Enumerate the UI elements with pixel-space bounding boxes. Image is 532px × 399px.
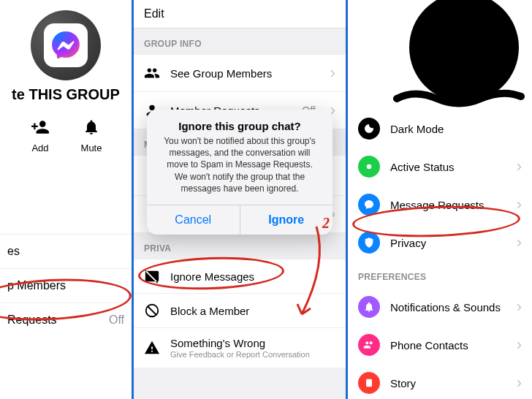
bell-icon [358, 296, 380, 318]
add-label: Add [31, 142, 48, 153]
chevron-right-icon [330, 64, 335, 83]
warning-icon [144, 340, 160, 356]
something-wrong-row[interactable]: Something's Wrong Give Feedback or Repor… [134, 328, 346, 368]
active-icon [358, 156, 380, 178]
contacts-icon [358, 334, 380, 356]
active-status-row[interactable]: Active Status [348, 148, 532, 186]
chevron-right-icon [517, 195, 522, 214]
annotation-number: 2 [322, 215, 330, 232]
chevron-right-icon [517, 335, 522, 354]
story-row[interactable]: Story [348, 364, 532, 399]
section-privacy: PRIVA [134, 233, 346, 259]
messenger-icon [44, 23, 88, 67]
add-person-icon [29, 116, 51, 138]
shield-icon [358, 232, 380, 254]
cancel-button[interactable]: Cancel [147, 205, 240, 235]
mute-label: Mute [81, 142, 102, 153]
block-member-row[interactable]: Block a Member [134, 294, 346, 328]
chat-icon [358, 194, 380, 216]
chevron-right-icon [517, 297, 522, 316]
group-title: te THIS GROUP [0, 86, 132, 103]
group-members-row[interactable]: p Members [0, 268, 132, 303]
phone-contacts-row[interactable]: Phone Contacts [348, 326, 532, 364]
ignore-messages-row[interactable]: Ignore Messages [134, 259, 346, 294]
profile-avatar-redacted [409, 0, 519, 102]
svg-line-2 [148, 307, 156, 315]
svg-rect-4 [366, 379, 372, 387]
chevron-right-icon [517, 233, 522, 252]
chevron-right-icon [517, 373, 522, 392]
chevron-right-icon [517, 157, 522, 176]
ignore-button[interactable]: Ignore [240, 205, 333, 235]
notifications-row[interactable]: Notifications & Sounds [348, 288, 532, 326]
redaction-scribble [393, 88, 525, 110]
requests-row[interactable]: RequestsOff [0, 303, 132, 337]
dialog-title: Ignore this group chat? [147, 110, 332, 135]
block-icon [144, 303, 160, 319]
svg-point-3 [367, 164, 372, 170]
dark-mode-row[interactable]: Dark Mode [348, 110, 532, 148]
dialog-body: You won't be notified about this group's… [147, 135, 332, 205]
bell-icon [80, 116, 102, 138]
edit-button[interactable]: Edit [134, 0, 346, 28]
moon-icon [358, 118, 380, 140]
message-requests-row[interactable]: Message Requests [348, 186, 532, 224]
people-icon [144, 65, 160, 81]
ignore-dialog: Ignore this group chat? You won't be not… [147, 110, 332, 235]
section-preferences: PREFERENCES [348, 262, 532, 288]
section-group-info: GROUP INFO [134, 28, 346, 55]
mute-button[interactable]: Mute [80, 116, 102, 153]
group-avatar[interactable] [31, 10, 101, 80]
see-members-row[interactable]: See Group Members [134, 55, 346, 92]
add-button[interactable]: Add [29, 116, 51, 153]
story-icon [358, 372, 380, 394]
list-item[interactable]: es [0, 234, 132, 268]
ignore-icon [144, 268, 160, 284]
privacy-row[interactable]: Privacy [348, 224, 532, 262]
